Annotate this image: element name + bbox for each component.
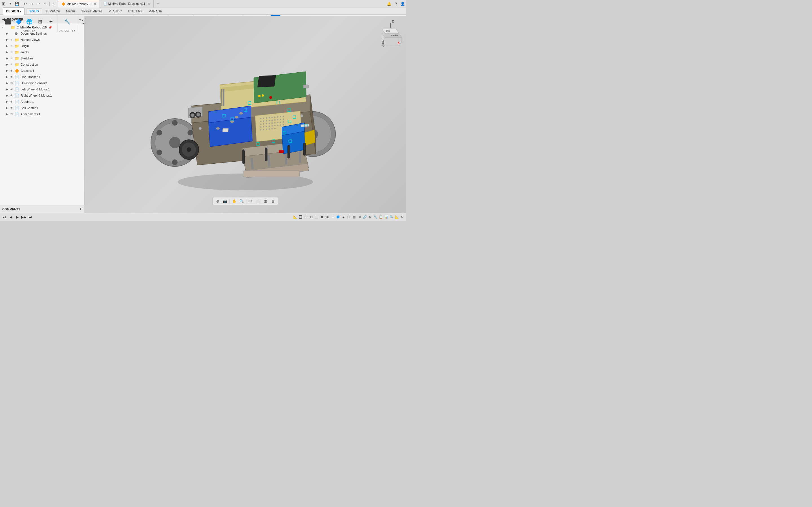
- svg-rect-97: [243, 150, 245, 164]
- automate-button[interactable]: 🔧: [62, 15, 72, 29]
- bottom-tool-11[interactable]: ⬡: [346, 215, 351, 220]
- tree-item-left-wheel[interactable]: ▶ 👁 📄 Left Wheel & Motor:1: [0, 86, 84, 93]
- tree-item-ball-caster[interactable]: ▶ 👁 📄 Ball Caster:1: [0, 105, 84, 111]
- lt-vis-icon[interactable]: 👁: [10, 75, 15, 78]
- ar-vis-icon[interactable]: 👁: [10, 100, 15, 103]
- bottom-settings-icon[interactable]: ⚙: [400, 215, 405, 220]
- ribbon-group-create: ⬛ 🔷 🌐 ⊞ ✦ CREATE: [1, 15, 58, 32]
- bc-vis-icon[interactable]: 👁: [10, 106, 15, 110]
- bottom-tool-19[interactable]: 🔍: [389, 215, 394, 220]
- bottom-tool-13[interactable]: ⊞: [357, 215, 362, 220]
- automate-dropdown-icon[interactable]: ▾: [74, 30, 75, 32]
- playback-first-button[interactable]: ⏮: [1, 214, 7, 220]
- help-icon[interactable]: ?: [393, 0, 399, 8]
- bottom-tool-9[interactable]: 🔷: [336, 215, 341, 220]
- display-mode-button[interactable]: ⬜: [255, 198, 262, 204]
- tree-item-chassis[interactable]: ▶ 👁 🔶 Chassis:1: [0, 68, 84, 74]
- tree-item-named-views[interactable]: ▶ 👁 📁 Named Views: [0, 37, 84, 43]
- playback-play-button[interactable]: ▶: [14, 214, 20, 220]
- svg-point-56: [260, 126, 262, 128]
- tree-item-sketches[interactable]: ▶ 👁 📁 Sketches: [0, 55, 84, 61]
- tree-item-construction[interactable]: ▶ 👁 📁 Construction: [0, 61, 84, 68]
- create-revolve-button[interactable]: 🌐: [24, 15, 35, 29]
- chassis-vis-icon[interactable]: 👁: [10, 69, 15, 72]
- home-button[interactable]: ⌂: [50, 0, 57, 8]
- bottom-tool-7[interactable]: ⊕: [325, 215, 330, 220]
- app-grid-icon[interactable]: ⊞: [0, 0, 7, 8]
- display-mode2-button[interactable]: ▦: [262, 198, 269, 204]
- origin-expand-icon: ▶: [6, 45, 10, 47]
- tree-item-arduino[interactable]: ▶ 👁 📄 Arduino:1: [0, 99, 84, 105]
- bottom-tool-20[interactable]: 📐: [395, 215, 400, 220]
- zoom-button[interactable]: 🔍: [238, 198, 245, 204]
- bottom-tool-18[interactable]: 📊: [384, 215, 389, 220]
- undo2-button[interactable]: ↩: [35, 0, 42, 8]
- bottom-tool-2[interactable]: 🔲: [298, 215, 303, 220]
- app-menu-button[interactable]: ▾: [7, 0, 13, 8]
- bottom-tool-1[interactable]: 📐: [293, 215, 298, 220]
- tree-item-ultrasonic[interactable]: ▶ 👁 📄 Ultrasonic Sensor:1: [0, 80, 84, 86]
- create-misc-button[interactable]: ✦: [46, 15, 56, 29]
- tab-close-icon[interactable]: ✕: [94, 3, 96, 6]
- svg-point-9: [156, 150, 162, 155]
- bottom-tool-17[interactable]: 📋: [378, 215, 384, 220]
- svg-rect-17: [243, 171, 300, 177]
- lw-vis-icon[interactable]: 👁: [10, 88, 15, 91]
- bottom-tool-5[interactable]: ⬜: [314, 215, 319, 220]
- ribbon-tab-solid[interactable]: SOLID: [26, 8, 42, 14]
- create-solid-button[interactable]: 🔷: [13, 15, 24, 29]
- bottom-tool-15[interactable]: ⚙: [368, 215, 373, 220]
- ribbon-tab-manage[interactable]: MANAGE: [146, 9, 165, 14]
- playback-prev-button[interactable]: ◀: [8, 214, 14, 220]
- create-dropdown-icon[interactable]: ▾: [34, 30, 35, 32]
- tab2-close-icon[interactable]: ✕: [148, 2, 150, 5]
- tree-item-joints[interactable]: ▶ 👁 📁 Joints: [0, 49, 84, 55]
- comments-add-icon[interactable]: ＋: [79, 207, 82, 211]
- tab-minime-robot[interactable]: 🔶 MiniMe Robot v10 ✕: [58, 0, 100, 8]
- tree-item-origin[interactable]: ▶ 👁 📁 Origin: [0, 43, 84, 49]
- 3d-viewport[interactable]: Z Top FRONT RIGHT: [85, 16, 406, 213]
- playback-next-button[interactable]: ▶▶: [20, 214, 27, 220]
- tree-item-attachments[interactable]: ▶ 👁 📄 Attachments:1: [0, 111, 84, 117]
- user-avatar[interactable]: 👤: [399, 0, 406, 8]
- display-mode3-button[interactable]: ⊞: [269, 198, 276, 204]
- create-pattern-button[interactable]: ⊞: [35, 15, 45, 29]
- capture-image-button[interactable]: 📷: [221, 198, 229, 204]
- rw-vis-icon[interactable]: 👁: [10, 94, 15, 97]
- svg-point-65: [260, 129, 262, 131]
- create-sketch-button[interactable]: ⬛: [3, 15, 13, 29]
- bottom-tool-14[interactable]: 🔗: [362, 215, 367, 220]
- snap-settings-button[interactable]: ⊕: [214, 198, 221, 204]
- pan-button[interactable]: ✋: [231, 198, 238, 204]
- undo-button[interactable]: ↩: [22, 0, 29, 8]
- design-dropdown-button[interactable]: DESIGN ▾: [3, 7, 24, 15]
- svg-point-61: [274, 125, 276, 126]
- tree-item-right-wheel[interactable]: ▶ 👁 📄 Right Wheel & Motor:1: [0, 93, 84, 99]
- bottom-tool-10[interactable]: ◈: [341, 215, 346, 220]
- att-vis-icon[interactable]: 👁: [10, 112, 15, 116]
- bottom-tool-6[interactable]: ◼: [319, 215, 324, 220]
- bottom-tool-16[interactable]: 🔧: [373, 215, 378, 220]
- bottom-tool-12[interactable]: ▦: [352, 215, 357, 220]
- redo-button[interactable]: ↪: [29, 0, 35, 8]
- us-vis-icon[interactable]: 👁: [10, 81, 15, 85]
- ribbon-tab-surface[interactable]: SURFACE: [43, 9, 63, 14]
- svg-rect-28: [222, 128, 229, 132]
- tab-drawing[interactable]: 📄 MiniMe Robot Drawing v11 ✕: [100, 0, 154, 8]
- new-tab-button[interactable]: ＋: [154, 1, 162, 6]
- ribbon-tab-plastic[interactable]: PLASTIC: [106, 9, 124, 14]
- save-button[interactable]: 💾: [13, 0, 20, 8]
- ribbon-tab-mesh[interactable]: MESH: [63, 9, 78, 14]
- notifications-icon[interactable]: 🔔: [386, 0, 393, 8]
- display-settings-button[interactable]: 👁: [248, 198, 254, 204]
- bottom-tool-4[interactable]: ◻: [309, 215, 314, 220]
- tree-item-line-tracker[interactable]: ▶ 👁 📄 Line Tracker:1: [0, 74, 84, 80]
- ribbon-tab-sheet-metal[interactable]: SHEET METAL: [79, 9, 105, 14]
- redo2-button[interactable]: ↪: [42, 0, 49, 8]
- viewcube[interactable]: Z Top FRONT RIGHT: [376, 19, 402, 48]
- lt-folder-icon: 📄: [15, 75, 20, 79]
- bottom-tool-8[interactable]: ✛: [330, 215, 335, 220]
- bottom-tool-3[interactable]: ⬡: [303, 215, 308, 220]
- ribbon-tab-utilities[interactable]: UTILITIES: [125, 9, 145, 14]
- playback-last-button[interactable]: ⏭: [27, 214, 33, 220]
